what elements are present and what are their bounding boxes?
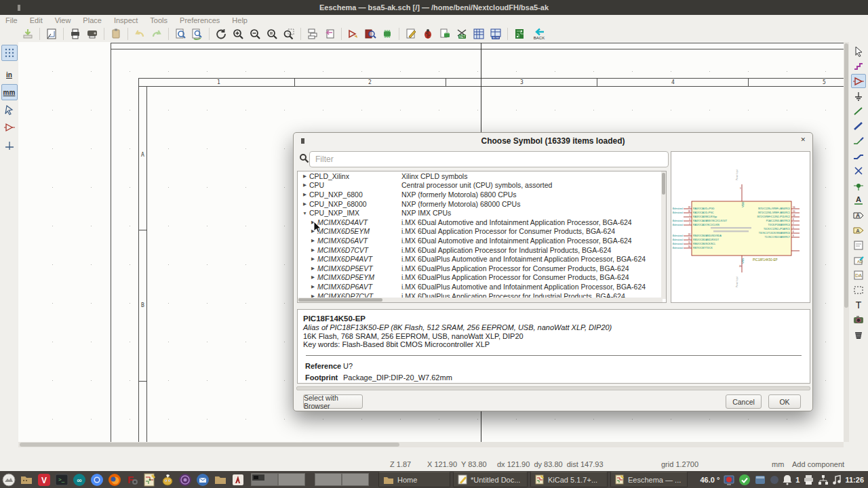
- hierarchical-label-icon[interactable]: A: [851, 223, 866, 237]
- collapse-arrow-icon[interactable]: ▼: [302, 211, 308, 216]
- file-manager-icon[interactable]: [19, 472, 34, 487]
- tree-row[interactable]: ▶CPU_NXP_6800NXP (formerly Motorola) 680…: [298, 190, 666, 199]
- grid-toggle-icon[interactable]: [1, 45, 18, 61]
- close-icon[interactable]: ✕: [800, 136, 806, 143]
- scrollbar-thumb[interactable]: [662, 173, 665, 195]
- tree-row[interactable]: ▶MCIMX6D6AVTi.MX 6Dual Automotive and In…: [298, 236, 666, 245]
- menu-help[interactable]: Help: [232, 16, 248, 24]
- backannotate-icon[interactable]: [437, 26, 452, 41]
- find-replace-icon[interactable]: [190, 26, 205, 41]
- tree-row[interactable]: ▶MCIMX6DP6AVTi.MX 6DualPlus Automotive a…: [298, 282, 666, 291]
- bus-to-bus-entry-icon[interactable]: [851, 148, 866, 163]
- cancel-button[interactable]: Cancel: [726, 394, 762, 409]
- system-monitor-icon[interactable]: [723, 474, 735, 486]
- workspace-2[interactable]: [278, 473, 305, 486]
- chromium-icon[interactable]: [90, 472, 104, 487]
- tree-vertical-scrollbar[interactable]: [661, 171, 666, 299]
- tree-row[interactable]: ▶MCIMX6D5EYMi.MX 6Dual Application Proce…: [298, 227, 666, 237]
- cursor-shape-icon[interactable]: [1, 102, 18, 118]
- app-menu-icon[interactable]: [1, 472, 16, 487]
- place-symbol-tool-icon[interactable]: [851, 74, 866, 88]
- tree-row[interactable]: ▶MCIMX6DP5EYMi.MX 6DualPlus Application …: [298, 273, 666, 283]
- hidden-pins-icon[interactable]: [1, 119, 18, 136]
- gimp-icon[interactable]: [160, 472, 175, 487]
- expand-arrow-icon[interactable]: ▶: [302, 174, 308, 179]
- leave-sheet-icon[interactable]: [322, 26, 337, 41]
- place-sheet-icon[interactable]: [851, 238, 866, 252]
- tree-row[interactable]: ▼CPU_NXP_IMXNXP IMX CPUs: [298, 208, 666, 218]
- undo-icon[interactable]: [132, 26, 147, 41]
- symbol-table-icon[interactable]: [471, 26, 486, 41]
- units-inches-button[interactable]: in: [1, 66, 18, 83]
- print-icon[interactable]: [68, 26, 83, 41]
- back-button[interactable]: BACK: [529, 26, 549, 42]
- graphic-polyline-icon[interactable]: [851, 283, 866, 297]
- tree-row[interactable]: ▶CPU_NXP_68000NXP (formerly Motorola) 68…: [298, 199, 666, 209]
- bom-icon[interactable]: BOM: [488, 26, 503, 41]
- workspace-3[interactable]: [315, 473, 342, 486]
- place-junction-icon[interactable]: [851, 178, 866, 192]
- tree-horizontal-scrollbar[interactable]: [298, 298, 663, 302]
- workspace-pager[interactable]: [251, 473, 369, 486]
- find-icon[interactable]: [173, 26, 188, 41]
- erc-check-icon[interactable]: [363, 26, 378, 41]
- audio-player-icon[interactable]: [832, 474, 842, 485]
- expand-arrow-icon[interactable]: ▶: [302, 182, 308, 188]
- expand-arrow-icon[interactable]: ▶: [310, 274, 316, 280]
- page-settings-icon[interactable]: [44, 26, 59, 41]
- workspace-1[interactable]: [251, 473, 278, 486]
- menu-preferences[interactable]: Preferences: [180, 16, 220, 24]
- add-image-icon[interactable]: [851, 312, 866, 327]
- netlist-icon[interactable]: NET: [454, 26, 469, 41]
- vivaldi-icon[interactable]: V: [37, 472, 52, 487]
- expand-arrow-icon[interactable]: ▶: [310, 247, 316, 253]
- freecad-icon[interactable]: F: [125, 472, 140, 487]
- taskbar-window-kicad[interactable]: KiCad 5.1.7+...: [530, 472, 608, 487]
- canvas-vertical-scrollbar[interactable]: [844, 42, 849, 442]
- tor-browser-icon[interactable]: [178, 472, 193, 487]
- tree-row[interactable]: ▶MCIMX6D4AVTi.MX 6Dual Automotive and In…: [298, 218, 666, 227]
- kicad-icon[interactable]: [142, 472, 157, 487]
- expand-arrow-icon[interactable]: ▶: [302, 192, 308, 197]
- assign-footprints-icon[interactable]: [380, 26, 395, 41]
- inactive-applet-icon[interactable]: [770, 475, 779, 485]
- global-label-icon[interactable]: A: [851, 208, 866, 222]
- expand-arrow-icon[interactable]: ▶: [310, 266, 316, 271]
- updates-ok-icon[interactable]: [738, 474, 751, 486]
- tree-row[interactable]: ▶CPUCentral processor unit (CPU) symbols…: [298, 181, 666, 190]
- delete-tool-icon[interactable]: [851, 327, 866, 342]
- zoom-in-icon[interactable]: [231, 26, 245, 41]
- folder-icon[interactable]: [213, 472, 228, 487]
- highlight-net-icon[interactable]: [851, 59, 866, 73]
- menu-inspect[interactable]: Inspect: [114, 16, 138, 24]
- annotate-icon[interactable]: [346, 26, 361, 41]
- symbol-tree[interactable]: ▶CPLD_XilinxXilinx CPLD symbols ▶CPUCent…: [297, 171, 667, 303]
- scrollbar-thumb[interactable]: [844, 43, 848, 308]
- tree-row[interactable]: ▶CPLD_XilinxXilinx CPLD symbols: [298, 171, 666, 181]
- no-connect-icon[interactable]: [851, 163, 866, 178]
- ok-button[interactable]: OK: [768, 394, 801, 409]
- filter-input[interactable]: [309, 151, 669, 167]
- tree-row[interactable]: ▶MCIMX6DP4AVTi.MX 6DualPlus Automotive a…: [298, 254, 666, 264]
- place-sheet-pin-icon[interactable]: DA: [851, 268, 866, 282]
- email-icon[interactable]: [195, 472, 210, 487]
- arduino-icon[interactable]: ∞: [72, 472, 87, 487]
- zoom-selection-icon[interactable]: [281, 26, 296, 41]
- dialog-splitter[interactable]: [296, 386, 810, 390]
- menu-view[interactable]: View: [55, 16, 71, 24]
- menu-tools[interactable]: Tools: [150, 16, 167, 24]
- workspace-4[interactable]: [342, 473, 369, 486]
- select-tool-icon[interactable]: [851, 44, 866, 58]
- zoom-fit-icon[interactable]: [264, 26, 279, 41]
- wire-to-bus-entry-icon[interactable]: [851, 134, 866, 148]
- expand-arrow-icon[interactable]: ▶: [310, 284, 316, 289]
- firefox-icon[interactable]: [107, 472, 122, 487]
- text-tool-icon[interactable]: T: [851, 298, 866, 312]
- menu-place[interactable]: Place: [83, 16, 102, 24]
- place-bus-icon[interactable]: [851, 119, 866, 133]
- select-with-browser-button[interactable]: Select with Browser: [303, 394, 363, 409]
- orthogonal-lines-icon[interactable]: [1, 137, 18, 153]
- erc-bug-icon[interactable]: [420, 26, 435, 41]
- network-icon[interactable]: [818, 474, 829, 485]
- hierarchy-navigator-icon[interactable]: [305, 26, 320, 41]
